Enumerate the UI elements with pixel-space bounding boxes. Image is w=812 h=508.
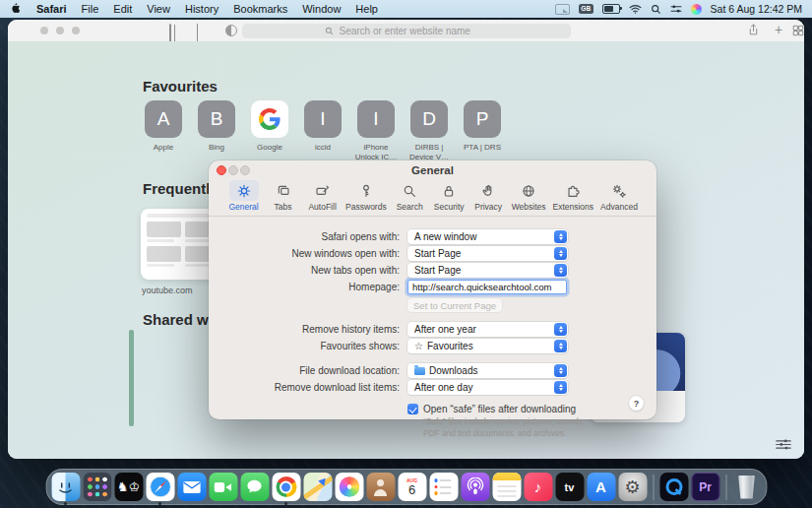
tab-websites[interactable]: Websites bbox=[512, 180, 546, 212]
dock-finder[interactable] bbox=[51, 473, 80, 501]
menu-bar-clock[interactable]: Sat 6 Aug 12:42 PM bbox=[711, 3, 802, 15]
row-set-current: Set to Current Page bbox=[209, 298, 656, 312]
reader-shield-icon[interactable] bbox=[225, 25, 237, 36]
remove-history-select[interactable]: After one year bbox=[407, 322, 568, 337]
help-button[interactable]: ? bbox=[629, 396, 644, 411]
dock-facetime[interactable] bbox=[209, 473, 237, 501]
frequently-visited-site-label: youtube.com bbox=[142, 286, 193, 295]
tab-overview-button[interactable] bbox=[792, 25, 804, 36]
homepage-input[interactable] bbox=[407, 280, 567, 294]
favourites-shows-select[interactable]: ☆ Favourites bbox=[407, 339, 568, 353]
dock-safari[interactable] bbox=[146, 473, 174, 501]
new-tabs-select[interactable]: Start Page bbox=[407, 263, 568, 278]
tab-search[interactable]: Search bbox=[394, 180, 426, 212]
menu-item-view[interactable]: View bbox=[147, 3, 170, 15]
favourite-apple[interactable]: A Apple bbox=[141, 100, 186, 162]
shared-item-thumbnail-partial[interactable] bbox=[129, 330, 134, 426]
siri-icon[interactable] bbox=[691, 4, 702, 15]
safe-files-checkbox[interactable] bbox=[407, 404, 418, 414]
tabs-icon bbox=[269, 180, 298, 201]
dock-tv[interactable]: tv bbox=[555, 473, 584, 501]
globe-icon bbox=[514, 180, 543, 201]
dock: ♞♔ AUG 6 ♪ tv A ⚙ Pr bbox=[45, 469, 767, 505]
dock-trash[interactable] bbox=[732, 473, 761, 501]
window-zoom-button[interactable] bbox=[72, 27, 80, 34]
menu-item-bookmarks[interactable]: Bookmarks bbox=[233, 3, 287, 15]
chevron-down-icon[interactable] bbox=[197, 24, 198, 41]
menu-item-safari[interactable]: Safari bbox=[36, 3, 67, 15]
download-location-select[interactable]: Downloads bbox=[407, 363, 568, 378]
favourite-tile-icon: A bbox=[145, 100, 182, 138]
dock-photos[interactable] bbox=[335, 473, 363, 501]
window-minimize-button[interactable] bbox=[56, 27, 64, 34]
dock-chrome[interactable] bbox=[272, 473, 300, 501]
keyboard-input-icon[interactable]: GB bbox=[579, 4, 593, 14]
screen-mirroring-icon[interactable] bbox=[555, 4, 570, 15]
dialog-close-button[interactable] bbox=[217, 165, 226, 175]
remove-downloads-select[interactable]: After one day bbox=[407, 380, 568, 395]
share-icon[interactable] bbox=[748, 24, 759, 36]
new-windows-label: New windows open with: bbox=[209, 248, 407, 259]
favourite-dirbs[interactable]: D DIRBS | Device V… bbox=[406, 100, 452, 162]
remove-downloads-label: Remove download list items: bbox=[209, 382, 407, 393]
dock-app-store[interactable]: A bbox=[587, 473, 615, 501]
favourite-iccid[interactable]: I iccid bbox=[300, 100, 345, 162]
favourite-iphone-unlock[interactable]: I iPhone Unlock IC… bbox=[353, 100, 399, 162]
wifi-icon[interactable] bbox=[629, 4, 642, 14]
opens-with-select[interactable]: A new window bbox=[407, 229, 568, 244]
dock-premiere-pro[interactable]: Pr bbox=[691, 473, 719, 501]
tab-general[interactable]: General bbox=[227, 180, 260, 212]
menu-item-help[interactable]: Help bbox=[355, 3, 378, 15]
sidebar-toggle-button[interactable] bbox=[169, 25, 171, 42]
dock-quicktime[interactable] bbox=[659, 473, 688, 501]
dock-maps[interactable] bbox=[303, 473, 332, 501]
customize-start-page-button[interactable] bbox=[775, 438, 792, 451]
dock-calendar[interactable]: AUG 6 bbox=[398, 473, 426, 501]
dock-notes[interactable] bbox=[492, 473, 521, 501]
row-new-windows: New windows open with: Start Page bbox=[209, 246, 656, 261]
dock-mail[interactable] bbox=[177, 473, 206, 501]
dock-messages[interactable] bbox=[240, 473, 269, 501]
menu-item-window[interactable]: Window bbox=[302, 3, 341, 15]
favourite-bing[interactable]: B Bing bbox=[194, 100, 239, 162]
tab-autofill[interactable]: AutoFill bbox=[306, 180, 339, 212]
menu-item-edit[interactable]: Edit bbox=[113, 3, 132, 15]
search-input[interactable] bbox=[338, 25, 489, 37]
new-tab-button[interactable]: + bbox=[775, 22, 782, 37]
tab-security[interactable]: Security bbox=[433, 180, 466, 212]
dock-music[interactable]: ♪ bbox=[524, 473, 552, 501]
battery-icon[interactable] bbox=[602, 4, 620, 14]
tab-passwords[interactable]: Passwords bbox=[345, 180, 387, 212]
window-close-button[interactable] bbox=[40, 27, 48, 34]
dock-launchpad[interactable] bbox=[83, 473, 111, 501]
menu-item-history[interactable]: History bbox=[185, 3, 219, 15]
new-windows-select[interactable]: Start Page bbox=[407, 246, 568, 261]
tab-privacy[interactable]: Privacy bbox=[472, 180, 505, 212]
gears-icon bbox=[604, 180, 634, 201]
dock-reminders[interactable] bbox=[429, 473, 458, 501]
popup-stepper-icon bbox=[554, 264, 567, 277]
favourite-pta-drs[interactable]: P PTA | DRS bbox=[460, 100, 505, 162]
row-favourites-shows: Favourites shows: ☆ Favourites bbox=[209, 339, 656, 353]
address-bar[interactable] bbox=[242, 24, 571, 38]
dialog-zoom-button[interactable] bbox=[240, 165, 250, 175]
spotlight-search-icon[interactable] bbox=[651, 4, 661, 15]
control-center-icon[interactable] bbox=[670, 4, 682, 14]
dock-divider bbox=[725, 475, 726, 500]
row-remove-downloads: Remove download list items: After one da… bbox=[209, 380, 656, 395]
dock-podcasts[interactable] bbox=[461, 473, 489, 501]
tab-advanced[interactable]: Advanced bbox=[600, 180, 638, 212]
menu-item-file[interactable]: File bbox=[82, 3, 99, 15]
set-to-current-page-button[interactable]: Set to Current Page bbox=[407, 298, 502, 312]
dock-system-settings[interactable]: ⚙ bbox=[618, 473, 647, 501]
folder-icon bbox=[414, 367, 425, 375]
tab-extensions[interactable]: Extensions bbox=[552, 180, 593, 212]
apple-menu-icon[interactable] bbox=[10, 2, 22, 16]
favourite-google[interactable]: Google bbox=[247, 100, 292, 162]
dock-contacts[interactable] bbox=[366, 473, 395, 501]
autofill-icon bbox=[308, 180, 338, 201]
row-homepage: Homepage: bbox=[209, 280, 656, 294]
dock-chess[interactable]: ♞♔ bbox=[114, 473, 143, 501]
dialog-minimize-button[interactable] bbox=[228, 165, 238, 175]
tab-tabs[interactable]: Tabs bbox=[267, 180, 299, 212]
